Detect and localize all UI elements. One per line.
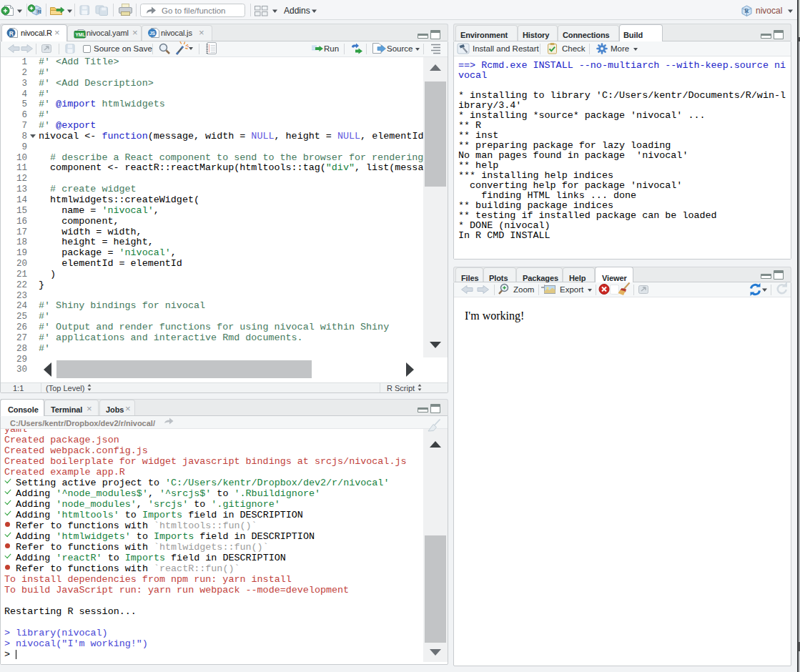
svg-text:R: R [745,8,749,14]
svg-text:R: R [9,30,14,37]
svg-text:Go to file/function: Go to file/function [162,6,226,15]
svg-text:JS: JS [149,31,156,36]
svg-text:R: R [37,9,41,15]
svg-text:YML: YML [76,32,86,37]
